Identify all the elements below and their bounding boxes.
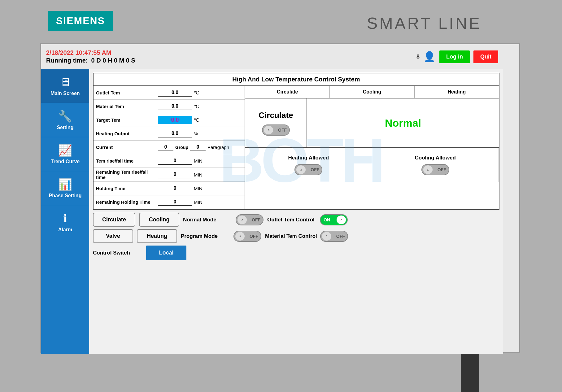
- circulate-toggle-knob: [264, 126, 273, 134]
- material-tem-control-toggle-knob: [322, 232, 331, 241]
- material-tem-label: Material Tem: [96, 104, 158, 109]
- heating-allowed-toggle-knob: [296, 165, 306, 174]
- sidebar-item-label-trend-curve: Trend Curve: [51, 159, 80, 164]
- row-remaining-tem-rise-fall: Remaining Tem rise/fall time 0 MIN: [94, 168, 245, 182]
- user-icon: 👤: [423, 51, 436, 63]
- heating-allowed-toggle-label: OFF: [311, 167, 319, 172]
- trend-curve-icon: 📈: [58, 144, 72, 157]
- cooling-allowed-box: Cooling Allowed OFF: [372, 148, 499, 182]
- sidebar-item-main-screen[interactable]: 🖥 Main Screen: [41, 69, 89, 103]
- row-outlet-tem: Outlet Tem 0.0 ℃: [94, 86, 245, 100]
- outlet-tem-control-group: Outlet Tem Control ON: [267, 214, 348, 225]
- main-screen-icon: 🖥: [60, 76, 71, 89]
- outlet-tem-control-toggle-knob: [337, 216, 346, 224]
- system-panel: High And Low Temperature Control System …: [93, 73, 499, 210]
- heating-output-label: Heating Output: [96, 131, 158, 136]
- heating-allowed-toggle[interactable]: OFF: [294, 164, 322, 175]
- program-mode-toggle-knob: [235, 232, 245, 241]
- local-button[interactable]: Local: [146, 246, 186, 260]
- holding-time-label: Holding Time: [96, 186, 158, 191]
- material-tem-control-label: Material Tem Control: [265, 233, 317, 239]
- row-current: Current 0 Group 0 Paragraph: [94, 141, 245, 154]
- program-mode-toggle[interactable]: OFF: [233, 231, 261, 242]
- status-header-cooling: Cooling: [330, 86, 414, 98]
- holding-time-unit: MIN: [194, 186, 212, 191]
- material-tem-control-group: Material Tem Control OFF: [265, 231, 348, 242]
- circulate-button[interactable]: Circulate: [93, 213, 135, 227]
- main-frame: TOUCH 2/18/2022 10:47:55 AM Running time…: [40, 43, 520, 353]
- alarm-icon: ℹ: [63, 212, 68, 225]
- target-tem-value[interactable]: 0.0: [158, 116, 192, 124]
- valve-button[interactable]: Valve: [93, 229, 133, 243]
- siemens-logo: SIEMENS: [48, 11, 113, 31]
- outlet-tem-control-toggle-label: ON: [324, 217, 330, 222]
- normal-mode-label: Normal Mode: [183, 217, 233, 223]
- row-tem-rise-fall: Tem rise/fall time 0 MIN: [94, 154, 245, 168]
- quit-button[interactable]: Quit: [473, 50, 498, 63]
- material-tem-control-toggle[interactable]: OFF: [320, 231, 348, 242]
- cooling-allowed-title: Cooling Allowed: [415, 155, 456, 161]
- sidebar-item-alarm[interactable]: ℹ Alarm: [41, 205, 89, 239]
- sidebar-item-setting[interactable]: 🔧 Setting: [41, 103, 89, 137]
- top-bar-right: 8 👤 Log in Quit: [416, 50, 498, 63]
- remaining-tem-rise-fall-label: Remaining Tem rise/fall time: [96, 169, 158, 180]
- material-tem-unit: ℃: [194, 104, 212, 109]
- heating-allowed-box: Heating Allowed OFF: [245, 148, 372, 182]
- tem-rise-fall-unit: MIN: [194, 158, 212, 163]
- main-content: BOTH High And Low Temperature Control Sy…: [89, 69, 503, 354]
- sidebar-item-label-main-screen: Main Screen: [50, 91, 80, 96]
- program-mode-label: Program Mode: [181, 233, 230, 239]
- circulate-box-title: Circulate: [259, 111, 293, 120]
- smart-line-title: SMART LINE: [367, 14, 481, 33]
- running-time-display: Running time: 0 D 0 H 0 M 0 S: [46, 57, 416, 64]
- cooling-allowed-toggle[interactable]: OFF: [421, 164, 449, 175]
- normal-mode-toggle-label: OFF: [252, 217, 260, 222]
- heating-button[interactable]: Heating: [137, 229, 177, 243]
- heating-output-unit: %: [194, 131, 212, 136]
- circulate-toggle-label: OFF: [278, 128, 287, 133]
- outlet-tem-label: Outlet Tem: [96, 90, 158, 95]
- control-switch-label: Control Switch: [93, 250, 142, 256]
- remaining-tem-rise-fall-unit: MIN: [194, 172, 212, 177]
- panel-body: Outlet Tem 0.0 ℃ Material Tem 0.0 ℃ Targ…: [94, 86, 499, 209]
- status-body-bottom: Heating Allowed OFF Cooling Allowed OFF: [245, 148, 499, 182]
- bottom-controls: Circulate Cooling Normal Mode OFF Outlet…: [93, 213, 499, 260]
- badge-number: 8: [416, 54, 420, 60]
- system-panel-title: High And Low Temperature Control System: [94, 73, 499, 86]
- program-mode-toggle-label: OFF: [250, 234, 258, 239]
- current-label: Current: [96, 145, 158, 150]
- sidebar-item-trend-curve[interactable]: 📈 Trend Curve: [41, 137, 89, 171]
- sidebar-item-label-setting: Setting: [57, 125, 73, 130]
- material-tem-value: 0.0: [158, 103, 192, 110]
- phase-setting-icon: 📊: [58, 178, 72, 191]
- row-heating-output: Heating Output 0.0 %: [94, 127, 245, 141]
- outlet-tem-control-toggle[interactable]: ON: [320, 214, 348, 225]
- circulate-toggle[interactable]: OFF: [262, 124, 290, 136]
- current-group: 0 Group 0: [158, 144, 206, 150]
- current-paragraph-val: 0: [190, 144, 206, 150]
- top-bar-left: 2/18/2022 10:47:55 AM Running time: 0 D …: [46, 49, 416, 64]
- status-body-top: Circulate OFF Normal: [245, 98, 499, 148]
- sidebar-item-phase-setting[interactable]: 📊 Phase Setting: [41, 171, 89, 205]
- login-button[interactable]: Log in: [439, 50, 470, 63]
- remaining-holding-time-unit: MIN: [194, 199, 212, 205]
- row-material-tem: Material Tem 0.0 ℃: [94, 100, 245, 113]
- outlet-tem-control-label: Outlet Tem Control: [267, 217, 317, 223]
- outlet-tem-value: 0.0: [158, 89, 192, 97]
- status-header: Circulate Cooling Heating: [245, 86, 499, 98]
- row-target-tem: Target Tem 0.0 ℃: [94, 113, 245, 127]
- status-header-circulate: Circulate: [245, 86, 330, 98]
- cooling-allowed-toggle-knob: [423, 165, 433, 174]
- setting-icon: 🔧: [58, 110, 72, 123]
- normal-mode-toggle[interactable]: OFF: [236, 214, 264, 225]
- cooling-button[interactable]: Cooling: [139, 213, 179, 227]
- tem-rise-fall-label: Tem rise/fall time: [96, 158, 158, 163]
- remaining-tem-rise-fall-value: 0: [158, 171, 192, 178]
- current-unit: Paragraph: [207, 145, 229, 150]
- sidebar: 🖥 Main Screen 🔧 Setting 📈 Trend Curve 📊 …: [41, 69, 89, 354]
- tem-rise-fall-value: 0: [158, 157, 192, 165]
- bottom-row-2: Valve Heating Program Mode OFF Material …: [93, 229, 499, 243]
- status-header-heating: Heating: [415, 86, 499, 98]
- heating-allowed-title: Heating Allowed: [288, 155, 329, 161]
- normal-status-text: Normal: [307, 98, 499, 147]
